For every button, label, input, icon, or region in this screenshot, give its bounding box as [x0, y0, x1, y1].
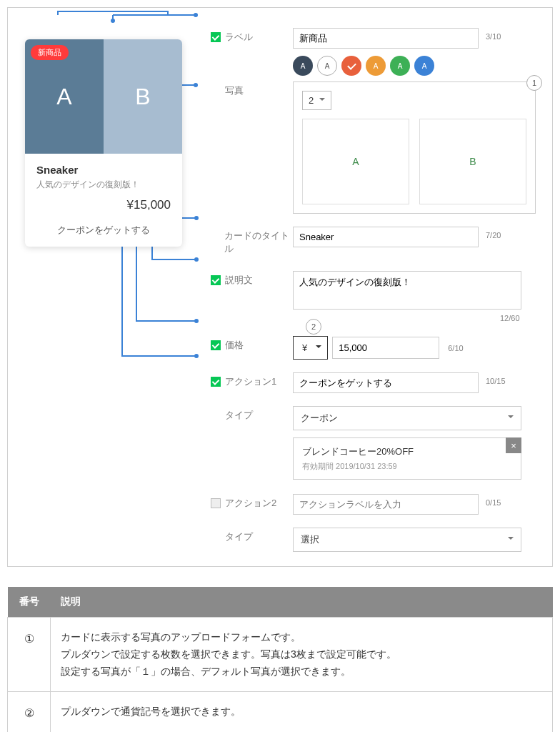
label-field-name: ラベル [225, 31, 253, 44]
preview-title: Sneaker [36, 164, 171, 176]
photo-thumb-b[interactable]: B [419, 119, 526, 204]
label-count: 3/10 [486, 32, 501, 41]
action2-field-name: アクション2 [225, 497, 276, 510]
desc-count: 12/60 [500, 314, 520, 322]
swatch-white[interactable]: A [317, 56, 337, 76]
desc-field-name: 説明文 [225, 274, 253, 287]
swatch-red[interactable] [341, 56, 361, 76]
action1-input[interactable] [293, 372, 479, 393]
action1-field-name: アクション1 [225, 375, 276, 388]
action2-count: 0/15 [486, 498, 501, 507]
card-image-area: 新商品 A B [25, 39, 182, 154]
coupon-remove-button[interactable]: × [506, 437, 521, 453]
table-cell-num: ① [8, 618, 51, 692]
action2-input[interactable] [293, 494, 479, 515]
description-table: 番号 説明 ① カードに表示する写真のアップロードフォームです。 プルダウンで設… [7, 587, 553, 732]
coupon-title: ブレンドコーヒー20%OFF [302, 445, 512, 458]
desc-checkbox[interactable] [211, 275, 221, 285]
svg-point-1 [111, 19, 115, 23]
svg-point-3 [194, 13, 198, 17]
table-cell-desc: カードに表示する写真のアップロードフォームです。 プルダウンで設定する枚数を選択… [51, 618, 553, 692]
label-input[interactable] [293, 28, 479, 49]
type1-select[interactable]: クーポン [293, 406, 521, 430]
card-title-input[interactable] [293, 227, 479, 247]
preview-price: ¥15,000 [36, 198, 171, 212]
photo-upload-panel: 1 2 A B [293, 81, 536, 214]
table-row: ② プルダウンで通貨記号を選択できます。 [8, 692, 553, 732]
new-badge: 新商品 [31, 45, 69, 60]
desc-input[interactable]: 人気のデザインの復刻版！ [293, 271, 521, 310]
table-head-desc: 説明 [51, 587, 553, 618]
photo-field-name: 写真 [225, 84, 244, 97]
photo-thumb-a[interactable]: A [302, 119, 409, 204]
svg-point-14 [194, 354, 199, 358]
type2-field-name: タイプ [225, 530, 253, 543]
table-cell-num: ② [8, 692, 51, 732]
table-head-number: 番号 [8, 587, 51, 618]
card-title-count: 7/20 [486, 231, 501, 239]
swatch-blue[interactable]: A [414, 56, 434, 76]
currency-select[interactable]: ¥ [293, 336, 328, 360]
card-editor-panel: 新商品 A B Sneaker 人気のデザインの復刻版！ ¥15,000 クーポ… [7, 7, 553, 567]
action2-checkbox[interactable] [211, 498, 221, 508]
swatch-darkblue[interactable]: A [293, 56, 313, 76]
color-swatches: A A A A A [293, 56, 538, 76]
swatch-green[interactable]: A [390, 56, 410, 76]
label-checkbox[interactable] [211, 32, 221, 42]
action1-checkbox[interactable] [211, 377, 221, 387]
preview-image-b: B [104, 39, 182, 154]
table-cell-desc: プルダウンで通貨記号を選択できます。 [51, 692, 553, 732]
swatch-orange[interactable]: A [366, 56, 386, 76]
callout-tag-2: 2 [306, 319, 321, 335]
action1-count: 10/15 [486, 377, 506, 385]
type1-field-name: タイプ [225, 409, 253, 422]
callout-tag-1: 1 [526, 75, 542, 91]
coupon-expire: 有効期間 2019/10/31 23:59 [302, 461, 512, 472]
price-checkbox[interactable] [211, 340, 221, 350]
type2-select[interactable]: 選択 [293, 528, 521, 552]
card-title-field-name: カードのタイトル [224, 229, 293, 255]
svg-point-10 [194, 257, 199, 262]
svg-point-6 [194, 83, 198, 87]
price-count: 6/10 [448, 344, 463, 352]
table-row: ① カードに表示する写真のアップロードフォームです。 プルダウンで設定する枚数を… [8, 618, 553, 692]
price-field-name: 価格 [225, 339, 244, 352]
preview-action: クーポンをゲットする [36, 224, 171, 238]
price-input[interactable] [332, 337, 439, 359]
card-preview: 新商品 A B Sneaker 人気のデザインの復刻版！ ¥15,000 クーポ… [25, 39, 182, 247]
photo-count-select[interactable]: 2 [302, 91, 331, 110]
svg-point-12 [194, 319, 199, 323]
coupon-selected-box: × ブレンドコーヒー20%OFF 有効期間 2019/10/31 23:59 [293, 437, 521, 480]
preview-description: 人気のデザインの復刻版！ [36, 179, 171, 191]
svg-point-8 [194, 216, 199, 220]
